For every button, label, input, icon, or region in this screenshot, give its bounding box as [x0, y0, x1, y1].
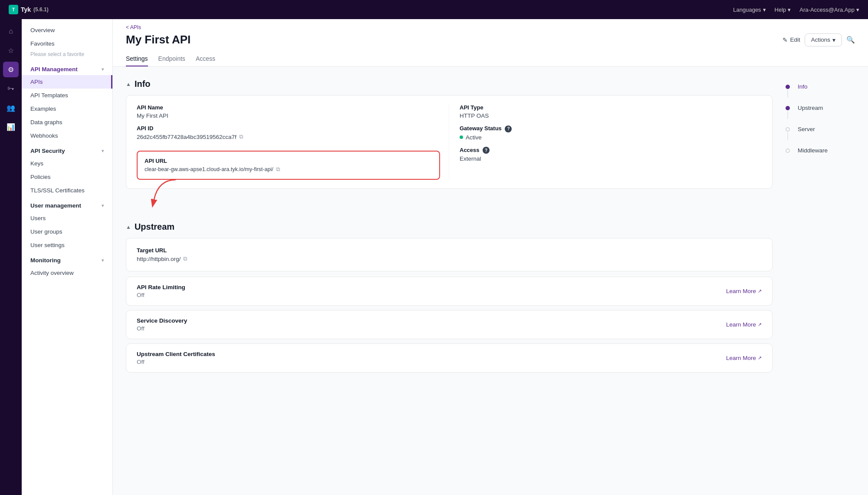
tyk-brand-name: Tyk — [21, 6, 31, 13]
main-content: < APIs My First API ✎ Edit Actions ▾ 🔍 — [113, 19, 868, 495]
upstream-section: ▲ Upstream Target URL http://httpbin.org… — [126, 222, 773, 373]
nav-section-user-management[interactable]: User management ▾ — [22, 197, 112, 211]
service-discovery-value: Off — [137, 325, 187, 332]
api-id-label: API ID — [137, 125, 440, 132]
gateway-status-help-icon[interactable]: ? — [505, 125, 512, 132]
upstream-cert-label: Upstream Client Certificates — [137, 351, 215, 357]
page-tabs: Settings Endpoints Access — [126, 52, 855, 66]
languages-button[interactable]: Languages ▾ — [733, 7, 766, 13]
nav-item-tls-ssl[interactable]: TLS/SSL Certificates — [22, 184, 112, 197]
actions-button[interactable]: Actions ▾ — [805, 33, 842, 46]
nav-dot-info — [786, 85, 790, 89]
target-url-label: Target URL — [137, 247, 762, 254]
nav-line-info-upstream — [787, 90, 788, 98]
sidebar-icon-users[interactable]: 👥 — [3, 100, 19, 116]
gateway-status-value: Active — [460, 134, 762, 141]
upstream-cert-learn-more[interactable]: Learn More ↗ — [726, 355, 762, 361]
nav-item-webhooks[interactable]: Webhooks — [22, 129, 112, 142]
info-toggle-icon[interactable]: ▲ — [126, 81, 131, 87]
upstream-toggle-icon[interactable]: ▲ — [126, 224, 131, 230]
pencil-icon: ✎ — [783, 36, 788, 43]
api-url-label: API URL — [145, 158, 432, 164]
tab-settings[interactable]: Settings — [126, 52, 148, 66]
right-nav-server-group: Server — [786, 126, 855, 140]
nav-item-favorites[interactable]: Favorites — [22, 37, 112, 50]
access-cell: Access ? External — [460, 147, 762, 168]
app-body: ⌂ ☆ ⚙ 🗝 👥 📊 Overview Favorites Please se… — [0, 19, 868, 495]
nav-item-api-templates[interactable]: API Templates — [22, 89, 112, 102]
topbar-right: Languages ▾ Help ▾ Ara-Access@Ara.App ▾ — [733, 7, 859, 13]
service-discovery-learn-more[interactable]: Learn More ↗ — [726, 321, 762, 328]
nav-item-examples[interactable]: Examples — [22, 102, 112, 116]
nav-item-users[interactable]: Users — [22, 211, 112, 225]
upstream-cert-value: Off — [137, 359, 215, 365]
nav-section-api-security[interactable]: API Security ▾ — [22, 142, 112, 157]
service-discovery-info: Service Discovery Off — [137, 317, 187, 332]
nav-section-api-management[interactable]: API Management ▾ — [22, 61, 112, 75]
api-type-cell: API Type HTTP OAS — [460, 104, 762, 125]
nav-favorites-placeholder: Please select a favorite — [22, 50, 112, 61]
user-label: Ara-Access@Ara.App — [799, 7, 855, 13]
nav-section-monitoring[interactable]: Monitoring ▾ — [22, 252, 112, 266]
info-section: ▲ Info API Name My First API — [126, 79, 773, 189]
api-id-value: 26d2c455fb77428a4bc39519562cca7f ⧉ — [137, 133, 440, 140]
tab-endpoints[interactable]: Endpoints — [158, 52, 185, 66]
right-nav-middleware-group: Middleware — [786, 147, 855, 154]
nav-item-user-settings[interactable]: User settings — [22, 238, 112, 252]
search-button[interactable]: 🔍 — [846, 36, 855, 44]
topbar-left: T Tyk (5.6.1) — [9, 5, 49, 14]
breadcrumb-apis-link[interactable]: < APIs — [126, 24, 141, 30]
right-nav-item-middleware[interactable]: Middleware — [786, 147, 828, 154]
target-url-value: http://httpbin.org/ ⧉ — [137, 255, 762, 262]
nav-item-apis[interactable]: APIs — [22, 75, 112, 89]
api-url-wrapper: API URL clear-bear-gw.aws-apse1.cloud-ar… — [137, 151, 440, 180]
breadcrumb: < APIs — [126, 24, 855, 30]
api-management-chevron: ▾ — [102, 67, 104, 72]
rate-limiting-row: API Rate Limiting Off Learn More ↗ — [126, 277, 773, 306]
nav-dot-upstream — [786, 106, 790, 110]
access-help-icon[interactable]: ? — [483, 147, 490, 154]
sidebar-icon-key[interactable]: 🗝 — [3, 81, 19, 96]
right-nav-item-upstream[interactable]: Upstream — [786, 105, 823, 111]
sidebar-icon-api[interactable]: ⚙ — [3, 62, 19, 77]
nav-item-overview[interactable]: Overview — [22, 23, 112, 37]
nav-item-data-graphs[interactable]: Data graphs — [22, 116, 112, 129]
languages-label: Languages — [733, 7, 761, 13]
upstream-cert-info: Upstream Client Certificates Off — [137, 351, 215, 365]
page-title-row: My First API ✎ Edit Actions ▾ 🔍 — [126, 33, 855, 46]
sidebar-icon-chart[interactable]: 📊 — [3, 119, 19, 135]
rate-limiting-value: Off — [137, 292, 185, 298]
api-security-chevron: ▾ — [102, 148, 104, 153]
right-nav-item-info[interactable]: Info — [786, 83, 808, 90]
page-header: < APIs My First API ✎ Edit Actions ▾ 🔍 — [113, 19, 868, 67]
learn-more-external-icon: ↗ — [758, 288, 762, 294]
api-url-copy-icon[interactable]: ⧉ — [276, 166, 280, 173]
api-id-copy-icon[interactable]: ⧉ — [239, 133, 243, 140]
nav-item-policies[interactable]: Policies — [22, 170, 112, 184]
service-discovery-label: Service Discovery — [137, 317, 187, 324]
rate-limiting-learn-more[interactable]: Learn More ↗ — [726, 288, 762, 294]
topbar: T Tyk (5.6.1) Languages ▾ Help ▾ Ara-Acc… — [0, 0, 868, 19]
api-id-cell: API ID 26d2c455fb77428a4bc39519562cca7f … — [137, 125, 440, 146]
api-type-value: HTTP OAS — [460, 112, 762, 119]
edit-button[interactable]: ✎ Edit — [783, 36, 800, 43]
user-menu-button[interactable]: Ara-Access@Ara.App ▾ — [799, 7, 859, 13]
nav-item-user-groups[interactable]: User groups — [22, 225, 112, 238]
right-nav-item-server[interactable]: Server — [786, 126, 815, 132]
target-url-copy-icon[interactable]: ⧉ — [183, 255, 187, 262]
nav-line-server-middleware — [787, 132, 788, 140]
nav-item-keys[interactable]: Keys — [22, 157, 112, 170]
api-name-label: API Name — [137, 104, 440, 111]
right-nav: Info Upstream — [786, 83, 855, 154]
content-area: ▲ Info API Name My First API — [113, 67, 868, 385]
api-url-card: API URL clear-bear-gw.aws-apse1.cloud-ar… — [137, 151, 440, 180]
nav-sidebar: Overview Favorites Please select a favor… — [22, 19, 113, 495]
icon-sidebar: ⌂ ☆ ⚙ 🗝 👥 📊 — [0, 19, 22, 495]
help-chevron: ▾ — [788, 7, 791, 13]
tab-access[interactable]: Access — [196, 52, 215, 66]
sidebar-icon-star[interactable]: ☆ — [3, 43, 19, 58]
access-label: Access ? — [460, 147, 762, 154]
nav-item-activity-overview[interactable]: Activity overview — [22, 266, 112, 280]
help-button[interactable]: Help ▾ — [775, 7, 791, 13]
sidebar-icon-home[interactable]: ⌂ — [3, 23, 19, 39]
